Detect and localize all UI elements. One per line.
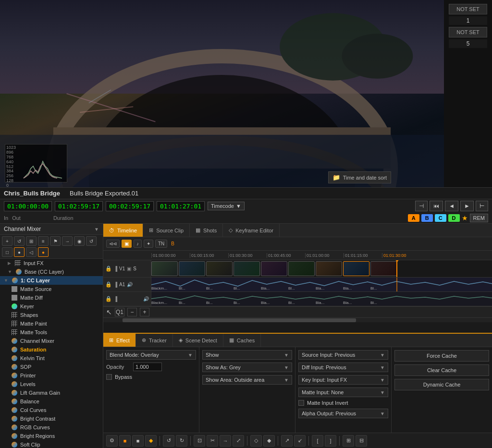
show-area-dropdown[interactable]: Show Area: Outside area ▼	[202, 375, 292, 385]
bt-color-button[interactable]: ■	[119, 435, 131, 447]
timecode-mode-dropdown[interactable]: Timecode ▼	[208, 202, 245, 210]
sidebar-item-balance[interactable]: Balance	[0, 397, 103, 406]
marker-c-button[interactable]: C	[435, 214, 446, 222]
bt-stop-button[interactable]: ■	[132, 435, 144, 447]
tool-arrow-button[interactable]: →	[62, 236, 73, 246]
alpha-output-dropdown[interactable]: Alpha Output: Previous ▼	[298, 409, 388, 418]
tl-fx-btn[interactable]: ✦	[144, 240, 153, 248]
pointer-tool-button[interactable]: ↖	[106, 308, 112, 316]
bottom-tab-caches[interactable]: ▦ Caches	[223, 334, 261, 347]
zoom-level-button[interactable]: Q1	[115, 308, 124, 316]
bt-export-button[interactable]: ↗	[281, 435, 293, 447]
sidebar-item-printer[interactable]: Printer	[0, 371, 103, 380]
bt-trim-button[interactable]: ✂	[207, 435, 218, 447]
tool-flag-button[interactable]: ⚑	[50, 236, 61, 246]
sidebar-item-sop[interactable]: SOP	[0, 363, 103, 371]
bt-rbracket-button[interactable]: ]	[325, 435, 336, 447]
bottom-tab-scene-detect[interactable]: ◈ Scene Detect	[173, 334, 223, 347]
timecode-duration-field[interactable]	[106, 201, 154, 211]
sidebar-item-matte-diff[interactable]: Matte Diff	[0, 293, 103, 302]
marker-a-button[interactable]: A	[408, 214, 419, 222]
lock-icon[interactable]: 🔒	[105, 266, 112, 272]
video-clip-6[interactable]	[288, 261, 315, 276]
sidebar-item-keyer[interactable]: Keyer	[0, 302, 103, 311]
tab-timeline[interactable]: ⏱ Timeline	[103, 224, 143, 237]
tool-record2-button[interactable]: ●	[38, 247, 49, 257]
transport-prev-end[interactable]: ⊣	[415, 201, 428, 211]
timecode-in-field[interactable]	[4, 201, 52, 211]
tool-list-button[interactable]: ≡	[38, 236, 49, 246]
bt-key-button[interactable]: ◇	[250, 435, 262, 447]
zoom-out-button[interactable]: −	[127, 308, 137, 316]
sidebar-item-rgb-curves[interactable]: RGB Curves	[0, 423, 103, 432]
tool-grid-button[interactable]: ⊞	[26, 236, 37, 246]
show-dropdown[interactable]: Show ▼	[202, 350, 292, 360]
dynamic-cache-button[interactable]: Dynamic Cache	[394, 379, 489, 390]
sidebar-item-saturation[interactable]: Saturation	[0, 345, 103, 354]
sidebar-item-soft-clip[interactable]: Soft Clip	[0, 440, 103, 448]
timeline-scroll-thumb[interactable]	[123, 318, 356, 322]
rem-button[interactable]: REM	[470, 214, 488, 222]
sidebar-item-matte-tools[interactable]: Matte Tools	[0, 328, 103, 337]
lock-a2-icon[interactable]: 🔒	[105, 296, 112, 302]
bottom-tab-tracker[interactable]: ⊕ Tracker	[136, 334, 173, 347]
zoom-in-button[interactable]: +	[140, 308, 149, 316]
video-clip-9[interactable]	[370, 261, 397, 276]
timecode-out-field[interactable]	[55, 201, 103, 211]
matte-invert-checkbox[interactable]	[298, 400, 304, 406]
transport-step-back[interactable]: ◄	[445, 201, 458, 211]
video-clip-8-active[interactable]	[343, 261, 369, 276]
tl-audio-btn[interactable]: ♪	[134, 240, 142, 248]
sidebar-item-matte-source[interactable]: Matte Source	[0, 285, 103, 293]
bt-lbracket-button[interactable]: [	[312, 435, 323, 447]
tl-prev-btn[interactable]: ⊲⊲	[106, 240, 120, 248]
transport-step-fwd[interactable]: ►	[460, 201, 474, 211]
bt-skip-button[interactable]: ↻	[176, 435, 187, 447]
time-date-sort-button[interactable]: 📁 Time and date sort	[328, 171, 391, 183]
tab-shots[interactable]: ▦ Shots	[190, 224, 223, 237]
tool-refresh2-button[interactable]: ↺	[86, 236, 97, 246]
sidebar-item-kelvin-tint[interactable]: Kelvin Tint	[0, 354, 103, 363]
timecode-current-field[interactable]	[157, 201, 205, 211]
bt-move-button[interactable]: ⤢	[233, 435, 244, 447]
sidebar-item-channel-mixer[interactable]: Channel Mixer	[0, 337, 103, 345]
track-a2-content[interactable]: Blackm... Bi... Bi... Bi... Bla... Bl...…	[151, 292, 492, 306]
sidebar-item-col-curves[interactable]: Col Curves	[0, 406, 103, 414]
star-button[interactable]: ★	[462, 214, 468, 222]
track-v1-content[interactable]	[151, 260, 492, 277]
bt-expand-button[interactable]: ⊞	[343, 435, 354, 447]
source-input-dropdown[interactable]: Source Input: Previous ▼	[298, 350, 388, 360]
diff-input-dropdown[interactable]: Diff Input: Previous ▼	[298, 363, 388, 372]
show-as-dropdown[interactable]: Show As: Grey ▼	[202, 363, 292, 372]
bt-diamond-button[interactable]: ◆	[145, 435, 157, 447]
tool-circle-button[interactable]: ◉	[74, 236, 85, 246]
bypass-checkbox[interactable]	[106, 374, 112, 380]
blend-mode-dropdown[interactable]: Blend Mode: Overlay ▼	[106, 350, 196, 360]
bt-import-button[interactable]: ↙	[294, 435, 306, 447]
video-clip-1[interactable]	[151, 261, 178, 276]
bt-settings-button[interactable]: ⚙	[106, 435, 118, 447]
tool-back-button[interactable]: ◁	[26, 247, 37, 257]
track-a2-icon[interactable]: 🔊	[143, 296, 149, 302]
video-clip-5[interactable]	[261, 261, 287, 276]
force-cache-button[interactable]: Force Cache	[394, 350, 489, 362]
sidebar-item-cc-layer[interactable]: ▼ 1: CC Layer	[0, 276, 103, 285]
tool-add-button[interactable]: +	[2, 236, 12, 246]
video-clip-4[interactable]	[234, 261, 260, 276]
sidebar-item-bright-contrast[interactable]: Bright Contrast	[0, 414, 103, 423]
timeline-scrollbar[interactable]	[103, 317, 492, 322]
tool-refresh-button[interactable]: ↺	[14, 236, 25, 246]
clear-cache-button[interactable]: Clear Cache	[394, 364, 489, 376]
lock-a1-icon[interactable]: 🔒	[105, 281, 112, 288]
sidebar-item-base-layer[interactable]: ▼ Base (CC Layer)	[0, 267, 103, 276]
bt-collapse-button[interactable]: ⊟	[356, 435, 367, 447]
video-clip-3[interactable]	[206, 261, 233, 276]
bt-key2-button[interactable]: ◆	[263, 435, 275, 447]
opacity-field[interactable]	[133, 363, 162, 371]
bt-arrow-button[interactable]: →	[220, 435, 231, 447]
video-clip-7[interactable]	[316, 261, 342, 276]
sidebar-item-shapes[interactable]: Shapes	[0, 311, 103, 319]
marker-d-button[interactable]: D	[448, 214, 460, 222]
tool-record-button[interactable]: ●	[14, 247, 25, 257]
video-clip-2[interactable]	[179, 261, 205, 276]
